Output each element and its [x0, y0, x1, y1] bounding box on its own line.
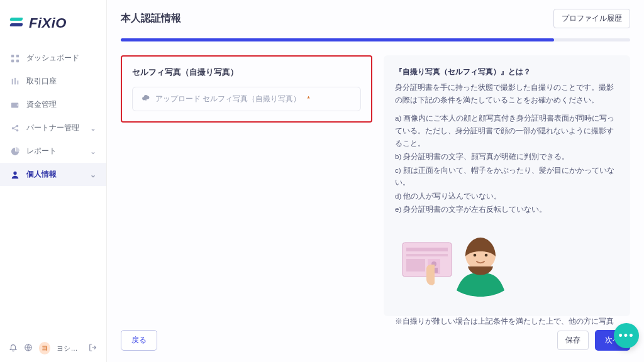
upload-label: アップロード セルフィ写真（自撮り写真） [155, 94, 301, 104]
card-title: セルフィ写真（自撮り写真） [132, 67, 361, 78]
svg-rect-0 [11, 54, 14, 57]
wallet-icon [10, 100, 20, 110]
sidebar-item-funds[interactable]: 資金管理 [0, 93, 106, 116]
back-button[interactable]: 戻る [121, 330, 157, 351]
sidebar: FiXiO ダッシュボード 取引口座 資金管理 [0, 0, 107, 362]
share-icon [10, 123, 20, 133]
svg-rect-15 [406, 259, 425, 272]
page-title: 本人認証情報 [121, 12, 181, 25]
info-intro: 身分証明書を手に持った状態で撮影した自撮りのことです。撮影の際は下記の条件を満た… [395, 82, 619, 106]
sidebar-item-accounts[interactable]: 取引口座 [0, 70, 106, 93]
info-rule: b) 身分証明書の文字、顔写真が明確に判別できる。 [395, 151, 619, 163]
svg-point-21 [485, 254, 488, 257]
upload-dropzone[interactable]: アップロード セルフィ写真（自撮り写真） * [132, 87, 361, 111]
svg-point-8 [16, 124, 19, 127]
pie-icon [10, 146, 20, 156]
sidebar-item-label: 個人情報 [26, 169, 57, 180]
sidebar-nav: ダッシュボード 取引口座 資金管理 パートナー管理 ⌄ [0, 43, 106, 334]
sidebar-footer: ヨ ヨシダ… [0, 334, 106, 362]
svg-rect-2 [11, 59, 14, 62]
sidebar-item-label: ダッシュボード [26, 53, 79, 63]
required-mark: * [307, 95, 310, 104]
sidebar-item-report[interactable]: レポート ⌄ [0, 140, 106, 163]
sidebar-item-dashboard[interactable]: ダッシュボード [0, 47, 106, 70]
brand-logo: FiXiO [0, 0, 106, 43]
cloud-upload-icon [142, 94, 150, 104]
svg-point-10 [13, 171, 16, 174]
topbar: 本人認証情報 プロファイル履歴 [107, 0, 644, 35]
content: セルフィ写真（自撮り写真） アップロード セルフィ写真（自撮り写真） * 『自撮… [107, 41, 644, 330]
svg-rect-5 [14, 77, 16, 84]
svg-rect-14 [406, 254, 448, 256]
user-icon [10, 170, 20, 180]
info-panel: 『自撮り写真（セルフィ写真）』とは？ 身分証明書を手に持った状態で撮影した自撮り… [384, 55, 630, 316]
svg-point-20 [474, 254, 477, 257]
svg-rect-4 [12, 79, 13, 84]
svg-point-7 [12, 127, 14, 129]
bars-icon [10, 77, 20, 87]
profile-history-button[interactable]: プロファイル履歴 [553, 9, 630, 28]
sidebar-item-label: レポート [26, 146, 57, 156]
chat-fab[interactable]: ••• [614, 323, 639, 348]
info-rule: a) 画像内にご本人の顔と顔写真付き身分証明書表面が同時に写っている。ただし、身… [395, 112, 619, 150]
sidebar-item-label: 資金管理 [26, 99, 57, 110]
info-note-1: ※自撮りが難しい場合は上記条件を満たした上で、他の方に写真を撮影頂いても構いませ… [395, 315, 619, 330]
globe-icon[interactable] [24, 343, 33, 354]
chevron-down-icon: ⌄ [90, 124, 96, 133]
logout-icon[interactable] [89, 343, 97, 354]
svg-rect-3 [16, 59, 19, 62]
footer-bar: 戻る 保存 次へ [107, 330, 644, 362]
selfie-upload-card: セルフィ写真（自撮り写真） アップロード セルフィ写真（自撮り写真） * [121, 55, 372, 123]
bell-icon[interactable] [9, 343, 18, 354]
svg-point-9 [16, 129, 19, 131]
svg-rect-1 [16, 54, 19, 57]
info-rule: c) 顔は正面を向いて、帽子をかぶったり、髪が目にかかっていない。 [395, 165, 619, 189]
info-rule: d) 他の人が写り込んでいない。 [395, 190, 619, 203]
chat-icon: ••• [619, 329, 635, 343]
avatar[interactable]: ヨ [39, 342, 50, 354]
selfie-illustration [395, 225, 521, 300]
info-rules: a) 画像内にご本人の顔と顔写真付き身分証明書表面が同時に写っている。ただし、身… [395, 112, 619, 216]
sidebar-item-partner[interactable]: パートナー管理 ⌄ [0, 116, 106, 140]
sidebar-item-personal[interactable]: 個人情報 ⌄ [0, 163, 106, 186]
brand-name: FiXiO [29, 15, 67, 31]
save-button[interactable]: 保存 [557, 331, 589, 350]
progress-bar [121, 38, 630, 41]
svg-rect-6 [18, 80, 19, 84]
info-rule: e) 身分証明書の文字が左右反転していない。 [395, 204, 619, 216]
main: 本人認証情報 プロファイル履歴 セルフィ写真（自撮り写真） アップロード セルフ… [107, 0, 644, 362]
sidebar-item-label: 取引口座 [26, 76, 57, 87]
chevron-down-icon: ⌄ [90, 170, 96, 179]
brand-logo-mark [10, 16, 25, 31]
svg-rect-13 [406, 248, 448, 251]
sidebar-item-label: パートナー管理 [26, 123, 79, 133]
info-heading: 『自撮り写真（セルフィ写真）』とは？ [395, 65, 619, 78]
chevron-down-icon: ⌄ [90, 147, 96, 156]
user-name: ヨシダ… [57, 344, 82, 353]
upload-panel: セルフィ写真（自撮り写真） アップロード セルフィ写真（自撮り写真） * [121, 55, 372, 316]
grid-icon [10, 53, 20, 63]
